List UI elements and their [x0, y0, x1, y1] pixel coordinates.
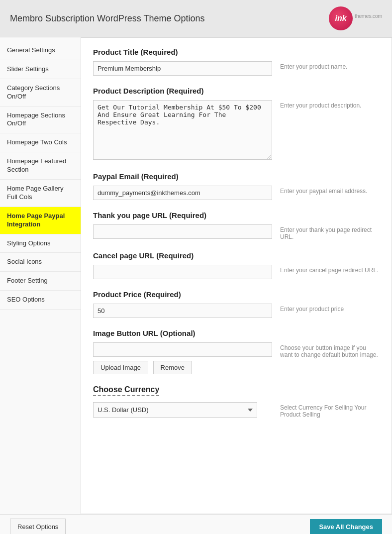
paypal-email-hint: Enter your paypal email address.: [280, 186, 380, 195]
content-area: Product Title (Required) Enter your prod…: [81, 37, 392, 514]
product-price-row: Enter your product price: [93, 304, 380, 318]
cancel-url-row: Enter your cancel page redirect URL.: [93, 265, 380, 279]
product-price-label: Product Price (Required): [93, 290, 380, 299]
choose-currency-row: U.S. Dollar (USD) Euro (EUR) British Pou…: [93, 402, 380, 418]
logo: ink themes.com: [329, 6, 382, 30]
sidebar-item-category-sections[interactable]: Category Sections On/Off: [0, 79, 81, 107]
product-title-input[interactable]: [93, 61, 272, 76]
thankyou-url-input[interactable]: [93, 224, 272, 239]
paypal-email-label: Paypal Email (Required): [93, 172, 380, 181]
image-button-actions: Upload Image Remove: [93, 361, 272, 374]
sidebar-item-seo-options[interactable]: SEO Options: [0, 291, 81, 310]
sidebar-item-homepage-featured[interactable]: Homepage Featured Section: [0, 152, 81, 180]
product-price-group: Product Price (Required) Enter your prod…: [93, 290, 380, 318]
paypal-email-input[interactable]: [93, 186, 272, 200]
choose-currency-hint: Select Currency For Selling Your Product…: [280, 402, 380, 418]
thankyou-url-hint: Enter your thank you page redirect URL.: [280, 224, 380, 240]
product-price-hint: Enter your product price: [280, 304, 380, 313]
currency-select[interactable]: U.S. Dollar (USD) Euro (EUR) British Pou…: [93, 402, 257, 418]
page-footer: Reset Options Save All Changes: [0, 514, 392, 534]
sidebar-item-footer-setting[interactable]: Footer Setting: [0, 272, 81, 291]
sidebar-item-homepage-paypal[interactable]: Home Page Paypal Integration: [0, 207, 81, 234]
logo-themes-text: themes.com: [355, 12, 382, 25]
choose-currency-label: Choose Currency: [93, 385, 159, 396]
cancel-url-group: Cancel page URL (Required) Enter your ca…: [93, 251, 380, 279]
page-header: Membro Subscription WordPress Theme Opti…: [0, 0, 392, 37]
thankyou-url-row: Enter your thank you page redirect URL.: [93, 224, 380, 240]
sidebar-item-social-icons[interactable]: Social Icons: [0, 253, 81, 272]
remove-image-button[interactable]: Remove: [153, 361, 192, 374]
product-title-hint: Enter your product name.: [280, 61, 380, 70]
product-title-input-wrap: [93, 61, 272, 76]
save-button[interactable]: Save All Changes: [310, 519, 382, 534]
sidebar-item-homepage-sections[interactable]: Homepage Sections On/Off: [0, 107, 81, 134]
sidebar-item-styling-options[interactable]: Styling Options: [0, 234, 81, 253]
product-description-input[interactable]: Get Our Tutorial Membership At $50 To $2…: [93, 100, 272, 160]
cancel-url-hint: Enter your cancel page redirect URL.: [280, 265, 380, 274]
logo-ink-text: ink: [335, 14, 347, 23]
sidebar-item-homepage-gallery[interactable]: Home Page Gallery Full Cols: [0, 180, 81, 207]
image-button-url-input[interactable]: [93, 342, 272, 357]
product-title-row: Enter your product name.: [93, 61, 380, 76]
sidebar-item-slider-settings[interactable]: Slider Settings: [0, 60, 81, 79]
image-button-label: Image Button URL (Optional): [93, 329, 380, 337]
sidebar: General Settings Slider Settings Categor…: [0, 37, 81, 514]
product-title-label: Product Title (Required): [93, 48, 380, 56]
product-description-group: Product Description (Required) Get Our T…: [93, 87, 380, 161]
choose-currency-input-wrap: U.S. Dollar (USD) Euro (EUR) British Pou…: [93, 402, 272, 418]
cancel-url-label: Cancel page URL (Required): [93, 251, 380, 260]
reset-button[interactable]: Reset Options: [10, 519, 66, 534]
product-price-input[interactable]: [93, 304, 272, 318]
cancel-url-input-wrap: [93, 265, 272, 279]
product-price-input-wrap: [93, 304, 272, 318]
product-description-input-wrap: Get Our Tutorial Membership At $50 To $2…: [93, 100, 272, 161]
thankyou-url-group: Thank you page URL (Required) Enter your…: [93, 211, 380, 240]
product-description-hint: Enter your product description.: [280, 100, 380, 109]
thankyou-url-label: Thank you page URL (Required): [93, 211, 380, 219]
choose-currency-group: Choose Currency U.S. Dollar (USD) Euro (…: [93, 385, 380, 418]
paypal-email-row: Enter your paypal email address.: [93, 186, 380, 200]
thankyou-url-input-wrap: [93, 224, 272, 239]
cancel-url-input[interactable]: [93, 265, 272, 279]
sidebar-item-homepage-two-cols[interactable]: Homepage Two Cols: [0, 133, 81, 152]
product-title-group: Product Title (Required) Enter your prod…: [93, 48, 380, 76]
logo-icon: ink: [329, 6, 353, 30]
paypal-email-group: Paypal Email (Required) Enter your paypa…: [93, 172, 380, 200]
image-button-hint: Choose your button image if you want to …: [280, 342, 380, 358]
product-description-label: Product Description (Required): [93, 87, 380, 95]
paypal-email-input-wrap: [93, 186, 272, 200]
image-button-row: Upload Image Remove Choose your button i…: [93, 342, 380, 374]
product-description-row: Get Our Tutorial Membership At $50 To $2…: [93, 100, 380, 161]
image-button-group: Image Button URL (Optional) Upload Image…: [93, 329, 380, 374]
page-title: Membro Subscription WordPress Theme Opti…: [10, 13, 205, 24]
main-layout: General Settings Slider Settings Categor…: [0, 37, 392, 514]
image-button-input-wrap: Upload Image Remove: [93, 342, 272, 374]
upload-image-button[interactable]: Upload Image: [93, 361, 148, 374]
sidebar-item-general-settings[interactable]: General Settings: [0, 41, 81, 60]
